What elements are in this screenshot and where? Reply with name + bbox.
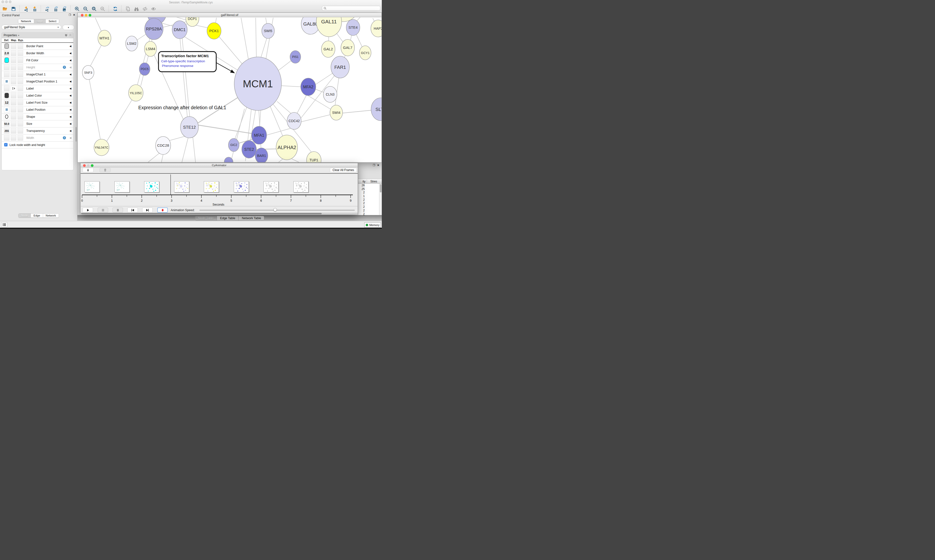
play-button[interactable] bbox=[83, 208, 93, 212]
skip-to-end-button[interactable] bbox=[142, 208, 153, 212]
bypass-cell[interactable] bbox=[17, 86, 23, 91]
network-edge[interactable] bbox=[182, 137, 188, 162]
bypass-cell[interactable] bbox=[17, 128, 23, 134]
network-canvas[interactable]: RPS28BDCP1GAL80GAL11STE4HAP2RPS28ADMC1PC… bbox=[78, 17, 381, 162]
bypass-cell[interactable] bbox=[17, 107, 23, 112]
collapse-arrow-icon[interactable]: ◀ bbox=[69, 115, 71, 118]
mapping-cell[interactable] bbox=[11, 135, 16, 141]
memory-button[interactable]: Memory bbox=[364, 222, 381, 228]
collapse-arrow-icon[interactable]: ◀ bbox=[69, 87, 71, 90]
network-edge[interactable] bbox=[270, 105, 283, 137]
hide-selected-icon[interactable] bbox=[142, 6, 148, 12]
network-edge[interactable] bbox=[193, 137, 196, 162]
style-selector[interactable]: galFiltered Style ▾ bbox=[2, 25, 61, 29]
properties-header[interactable]: Properties ▾ bbox=[2, 32, 73, 38]
stop-button[interactable] bbox=[113, 208, 123, 212]
tab-edge[interactable]: Edge bbox=[31, 214, 43, 217]
frame-thumbnail-4[interactable] bbox=[204, 181, 219, 192]
collapse-arrow-icon[interactable]: ◀ bbox=[69, 122, 71, 125]
bypass-cell[interactable] bbox=[17, 72, 23, 77]
mapping-cell[interactable] bbox=[11, 50, 16, 56]
duplicate-network-icon[interactable] bbox=[125, 6, 131, 12]
expand-all-icon[interactable] bbox=[65, 34, 68, 37]
default-value-cell[interactable] bbox=[4, 57, 9, 63]
frame-thumbnail-2[interactable] bbox=[144, 181, 159, 192]
save-session-icon[interactable] bbox=[11, 6, 16, 12]
info-icon[interactable]: i bbox=[63, 66, 66, 69]
mapping-cell[interactable] bbox=[11, 43, 16, 49]
collapse-arrow-icon[interactable]: ◀ bbox=[69, 52, 71, 54]
zoom-selected-icon[interactable] bbox=[100, 6, 105, 12]
results-row[interactable]: 2 bbox=[358, 212, 380, 215]
collapse-arrow-icon[interactable]: ◀ bbox=[69, 108, 71, 111]
zoom-out-icon[interactable] bbox=[83, 6, 88, 12]
default-value-cell[interactable] bbox=[4, 72, 9, 77]
network-edge[interactable] bbox=[90, 43, 103, 66]
float-panel-icon[interactable]: ❐ bbox=[69, 13, 71, 17]
default-value-cell[interactable]: 12 bbox=[4, 100, 9, 105]
network-edge[interactable] bbox=[106, 94, 136, 143]
bypass-cell[interactable] bbox=[17, 100, 23, 105]
tab-node-table[interactable]: Node Table bbox=[195, 216, 217, 220]
animation-speed-slider[interactable] bbox=[199, 210, 355, 211]
results-row[interactable]: 26 bbox=[358, 184, 380, 187]
default-value-cell[interactable] bbox=[4, 86, 9, 91]
import-network-icon[interactable] bbox=[23, 6, 29, 12]
collapse-arrow-icon[interactable]: ◀ bbox=[69, 94, 71, 97]
tab-network[interactable]: Network bbox=[18, 19, 34, 23]
open-session-icon[interactable] bbox=[2, 6, 8, 12]
search-input[interactable] bbox=[327, 6, 380, 11]
animation-speed-handle[interactable] bbox=[273, 208, 277, 211]
network-titlebar[interactable]: galFiltered.sif bbox=[78, 13, 381, 17]
mapping-cell[interactable] bbox=[11, 93, 16, 98]
show-all-icon[interactable] bbox=[150, 6, 156, 12]
network-edge[interactable] bbox=[280, 86, 302, 87]
network-edge[interactable] bbox=[198, 125, 252, 134]
bypass-cell[interactable] bbox=[17, 57, 23, 63]
mapping-cell[interactable] bbox=[11, 107, 16, 112]
refresh-view-icon[interactable] bbox=[112, 6, 118, 12]
style-options-button[interactable]: ▾ bbox=[63, 25, 74, 30]
import-table-icon[interactable] bbox=[32, 6, 37, 12]
mapping-cell[interactable] bbox=[11, 114, 16, 120]
network-edge[interactable] bbox=[297, 95, 307, 113]
pause-button[interactable] bbox=[98, 208, 108, 212]
results-row[interactable]: 2 bbox=[358, 205, 380, 209]
network-edge[interactable] bbox=[342, 110, 372, 113]
add-frame-button[interactable] bbox=[83, 168, 94, 172]
network-edge[interactable] bbox=[261, 37, 267, 58]
network-edge[interactable] bbox=[168, 136, 186, 141]
default-value-cell[interactable]: 50.0 bbox=[4, 121, 9, 126]
frame-thumbnail-5[interactable] bbox=[234, 181, 249, 192]
bypass-cell[interactable] bbox=[17, 65, 23, 70]
bypass-cell[interactable] bbox=[17, 114, 23, 120]
mapping-cell[interactable] bbox=[11, 121, 16, 126]
default-value-cell[interactable] bbox=[4, 65, 9, 70]
default-value-cell[interactable]: 2.0 bbox=[4, 50, 9, 56]
tab-node[interactable]: Node bbox=[19, 214, 31, 217]
delete-frame-button[interactable] bbox=[100, 168, 111, 172]
default-value-cell[interactable]: 255 bbox=[4, 128, 9, 134]
collapse-arrow-icon[interactable]: ◀ bbox=[69, 45, 71, 48]
record-button[interactable] bbox=[157, 208, 168, 212]
close-panel-icon[interactable]: ✕ bbox=[377, 164, 380, 167]
tab-style[interactable]: Style bbox=[34, 19, 46, 23]
results-row[interactable]: 2 bbox=[358, 191, 380, 194]
panel-scrollbar[interactable] bbox=[76, 127, 77, 142]
export-image-icon[interactable] bbox=[61, 6, 67, 12]
network-edge[interactable] bbox=[89, 76, 101, 142]
mapping-cell[interactable] bbox=[11, 72, 16, 77]
frame-thumbnail-1[interactable] bbox=[114, 181, 130, 192]
results-row[interactable]: 2 bbox=[358, 198, 380, 202]
tab-network[interactable]: Network bbox=[43, 214, 59, 217]
default-value-cell[interactable] bbox=[4, 93, 9, 98]
network-edge[interactable] bbox=[148, 153, 159, 162]
mapping-cell[interactable] bbox=[11, 65, 16, 70]
mapping-cell[interactable] bbox=[11, 57, 16, 63]
default-value-cell[interactable] bbox=[4, 43, 9, 49]
annotation-link[interactable]: Cell-type-specific transcription bbox=[161, 59, 205, 63]
tab-select[interactable]: Select bbox=[46, 19, 59, 23]
close-panel-icon[interactable]: ✕ bbox=[73, 13, 75, 17]
results-row[interactable]: 2 bbox=[358, 209, 380, 212]
skip-to-start-button[interactable] bbox=[127, 208, 138, 212]
